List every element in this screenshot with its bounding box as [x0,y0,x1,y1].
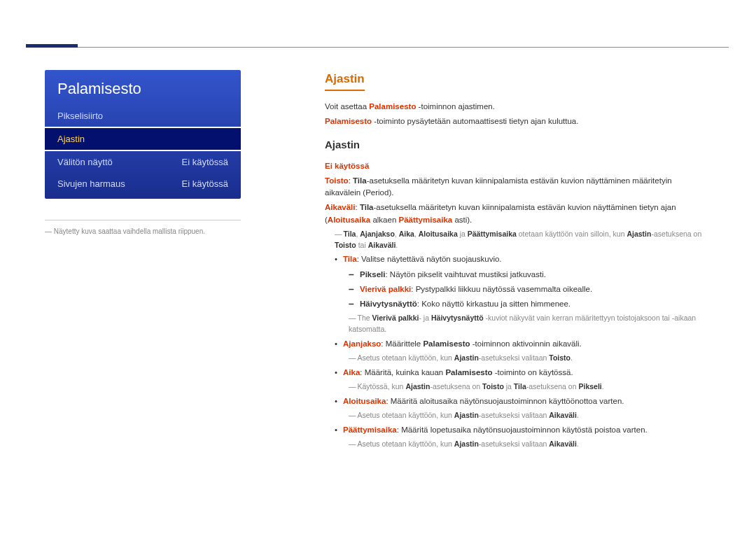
menu-title: Palamisesto [45,70,241,105]
pikseli-line: Pikseli: Näytön pikselit vaihtuvat musti… [325,269,707,281]
ei-kaytossa: Ei käytössä [325,160,707,172]
header-divider [78,47,729,48]
menu-label: Sivujen harmaus [57,178,125,189]
left-column: Palamisesto Pikselisiirto Ajastin Välitö… [45,70,283,453]
menu-label: Pikselisiirto [57,111,103,121]
left-divider [45,220,241,220]
footnote: Näytetty kuva saattaa vaihdella mallista… [45,227,283,235]
aika-bullet: Aika: Määritä, kuinka kauan Palamisesto … [325,367,707,379]
header-accent [26,44,78,48]
osd-menu: Palamisesto Pikselisiirto Ajastin Välitö… [45,70,241,199]
menu-value: Ei käytössä [182,157,228,167]
menu-label: Ajastin [57,134,85,144]
menu-value: Ei käytössä [182,178,228,189]
menu-item-valiton[interactable]: Välitön näyttö Ei käytössä [45,151,241,173]
aloitus-bullet: Aloitusaika: Määritä aloitusaika näytöns… [325,395,707,407]
aikavali-line: Aikaväli: Tila-asetuksella määritetyn ku… [325,202,707,226]
note-1: Tila, Ajanjakso, Aika, Aloitusaika ja Pä… [325,229,707,251]
menu-item-ajastin[interactable]: Ajastin [43,127,242,151]
menu-item-pikselisiirto[interactable]: Pikselisiirto [45,105,241,127]
page-content: Palamisesto Pikselisiirto Ajastin Välitö… [0,0,756,453]
intro-line-1: Voit asettaa Palamisesto -toiminnon ajas… [325,101,707,113]
sub-heading: Ajastin [325,137,707,153]
ajanjakso-bullet: Ajanjakso: Määrittele Palamisesto -toimi… [325,338,707,350]
menu-label: Välitön näyttö [57,157,113,167]
haivy-line: Häivytysnäyttö: Koko näyttö kirkastuu ja… [325,298,707,310]
intro-line-2: Palamisesto -toiminto pysäytetään automa… [325,115,707,127]
right-column: Ajastin Voit asettaa Palamisesto -toimin… [325,70,728,453]
note-4: Käytössä, kun Ajastin-asetuksena on Tois… [325,381,707,393]
menu-item-sivujen[interactable]: Sivujen harmaus Ei käytössä [45,173,241,199]
paatty-bullet: Päättymisaika: Määritä lopetusaika näytö… [325,424,707,436]
note-3: Asetus otetaan käyttöön, kun Ajastin-ase… [325,353,707,364]
note-2: The Vierivä palkki- ja Häivytysnäyttö -k… [325,313,707,335]
toisto-line: Toisto: Tila-asetuksella määritetyn kuva… [325,175,707,199]
section-heading: Ajastin [325,70,365,91]
note-5: Asetus otetaan käyttöön, kun Ajastin-ase… [325,410,707,421]
vieriva-line: Vierivä palkki: Pystypalkki liikkuu näyt… [325,283,707,295]
note-6: Asetus otetaan käyttöön, kun Ajastin-ase… [325,439,707,450]
tila-bullet: Tila: Valitse näytettävä näytön suojausk… [325,253,707,265]
